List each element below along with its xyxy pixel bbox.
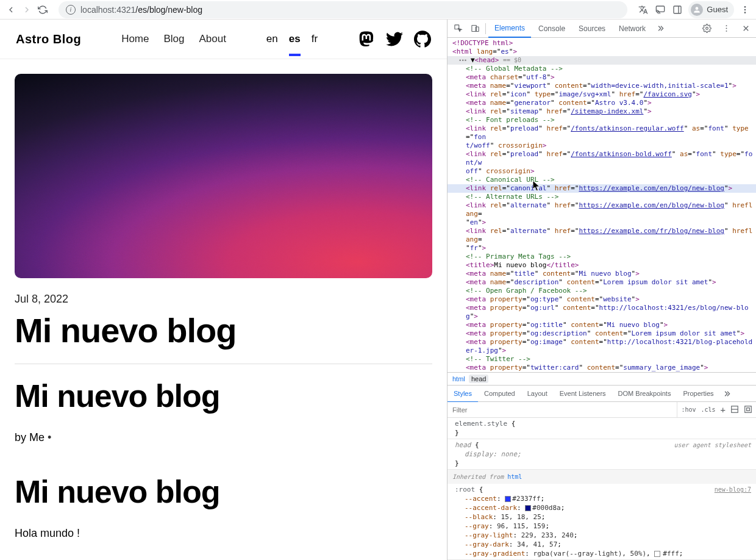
- device-toggle-icon[interactable]: [467, 21, 483, 37]
- forward-button[interactable]: [21, 4, 33, 16]
- svg-point-10: [726, 25, 727, 26]
- box-model-icon[interactable]: [744, 405, 752, 415]
- cls-toggle[interactable]: .cls: [701, 406, 715, 413]
- hero-image: [15, 74, 432, 278]
- svg-point-12: [726, 31, 727, 32]
- nav-blog[interactable]: Blog: [163, 33, 184, 45]
- svg-point-11: [726, 28, 727, 29]
- avatar-icon: [691, 4, 703, 16]
- breadcrumb[interactable]: html head: [448, 372, 756, 385]
- crumb-head[interactable]: head: [469, 375, 488, 383]
- lang-es[interactable]: es: [289, 33, 301, 56]
- tab-sources[interactable]: Sources: [572, 20, 612, 38]
- sidepanel-icon[interactable]: [671, 4, 683, 16]
- lang-en[interactable]: en: [266, 33, 278, 45]
- svg-rect-15: [745, 406, 752, 412]
- site-title[interactable]: Astro Blog: [16, 32, 81, 46]
- svg-point-3: [744, 6, 746, 8]
- back-button[interactable]: [5, 4, 17, 16]
- more-styles-tabs-icon[interactable]: [720, 386, 736, 401]
- content-heading-1: Mi nuevo blog: [15, 378, 432, 414]
- elements-tree[interactable]: <!DOCTYPE html> <html lang="es"> ••• ▼<h…: [448, 38, 756, 372]
- styles-filter-input[interactable]: [448, 402, 677, 417]
- page-title: Mi nuevo blog: [15, 311, 432, 350]
- page-viewport: Astro Blog Home Blog About en es fr Jul …: [0, 20, 448, 560]
- tab-properties[interactable]: Properties: [677, 385, 719, 402]
- tab-dom-breakpoints[interactable]: DOM Breakpoints: [612, 385, 677, 402]
- github-icon[interactable]: [414, 31, 431, 48]
- lang-fr[interactable]: fr: [312, 33, 318, 45]
- translate-icon[interactable]: [637, 4, 649, 16]
- devtools-panel: Elements Console Sources Network <!DOCTY…: [448, 20, 756, 560]
- svg-rect-0: [657, 6, 665, 12]
- kebab-menu-icon[interactable]: [739, 4, 751, 16]
- mastodon-icon[interactable]: [358, 31, 375, 48]
- hov-toggle[interactable]: :hov: [681, 406, 696, 413]
- language-switcher: en es fr: [266, 33, 318, 45]
- tab-computed[interactable]: Computed: [478, 385, 521, 402]
- svg-point-4: [744, 9, 746, 10]
- svg-point-9: [705, 27, 708, 30]
- nav-about[interactable]: About: [199, 33, 226, 45]
- tab-network[interactable]: Network: [613, 20, 652, 38]
- tab-elements[interactable]: Elements: [488, 20, 531, 38]
- svg-rect-16: [747, 407, 750, 411]
- close-devtools-icon[interactable]: [738, 21, 754, 37]
- twitter-icon[interactable]: [386, 31, 403, 48]
- site-nav: Home Blog About: [121, 33, 226, 45]
- article-body: Hola mundo !: [15, 527, 432, 540]
- selected-canonical-line[interactable]: <link rel="canonical" href="https://exam…: [448, 184, 756, 193]
- content-heading-2: Mi nuevo blog: [15, 473, 432, 510]
- cast-icon[interactable]: [654, 4, 666, 16]
- divider: [15, 364, 432, 364]
- tab-layout[interactable]: Layout: [521, 385, 554, 402]
- computed-sidebar-icon[interactable]: [730, 405, 739, 415]
- tab-styles[interactable]: Styles: [448, 386, 478, 403]
- address-bar[interactable]: i localhost:4321/es/blog/new-blog: [59, 1, 627, 18]
- reload-button[interactable]: [37, 4, 49, 16]
- settings-icon[interactable]: [699, 21, 715, 37]
- more-tabs-icon[interactable]: [653, 21, 669, 37]
- styles-pane[interactable]: element.style { } user agent stylesheeth…: [448, 418, 756, 560]
- svg-point-5: [744, 12, 746, 13]
- inspect-icon[interactable]: [450, 21, 466, 37]
- devtools-menu-icon[interactable]: [718, 21, 734, 37]
- tab-event-listeners[interactable]: Event Listeners: [554, 385, 612, 402]
- tab-console[interactable]: Console: [532, 20, 571, 38]
- site-info-icon[interactable]: i: [66, 5, 76, 15]
- nav-home[interactable]: Home: [121, 33, 149, 45]
- byline: by Me •: [15, 431, 432, 444]
- crumb-html[interactable]: html: [452, 375, 465, 382]
- profile-button[interactable]: Guest: [688, 1, 734, 18]
- svg-rect-1: [674, 6, 681, 13]
- publish-date: Jul 8, 2022: [15, 293, 432, 306]
- new-style-rule-icon[interactable]: +: [721, 405, 726, 415]
